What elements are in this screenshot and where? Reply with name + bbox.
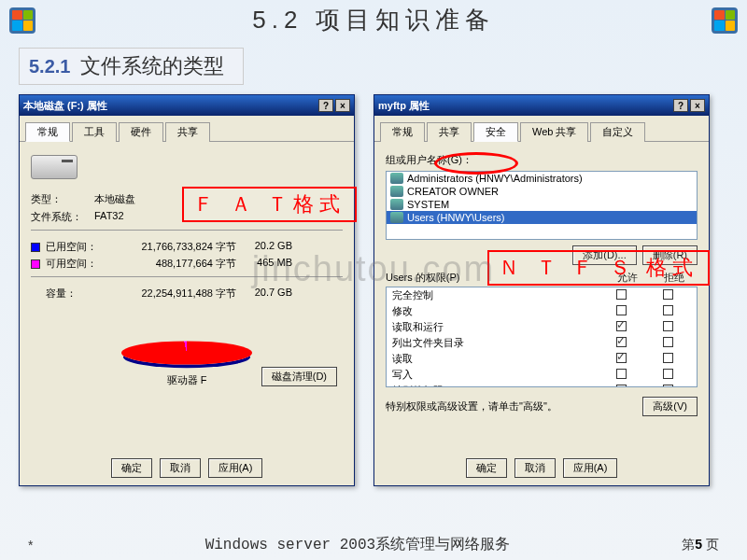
type-value: 本地磁盘	[94, 192, 135, 206]
used-hr: 20.2 GB	[236, 240, 292, 254]
dialog-body: 组或用户名称(G)： Administrators (HNWY\Administ…	[374, 142, 709, 476]
groups-label: 组或用户名称(G)：	[386, 153, 698, 167]
perm-row: 读取和运行	[387, 319, 697, 335]
allow-checkbox[interactable]	[616, 305, 627, 315]
list-item: SYSTEM	[387, 198, 697, 211]
dialog-title: 本地磁盘 (F:) 属性	[23, 99, 317, 113]
allow-checkbox[interactable]	[616, 385, 627, 387]
perm-row: 修改	[387, 303, 697, 319]
folder-properties-dialog: myftp 属性 ? × 常规 共享 安全 Web 共享 自定义 组或用户名称(…	[374, 94, 710, 486]
remove-button[interactable]: 删除(R)	[642, 245, 698, 265]
filesystem-label: 文件系统：	[31, 210, 94, 224]
allow-header: 允许	[604, 271, 651, 285]
filesystem-value: FAT32	[94, 210, 124, 224]
deny-checkbox[interactable]	[663, 321, 673, 331]
used-label: 已用空间：	[46, 241, 97, 252]
close-button[interactable]: ×	[335, 99, 350, 112]
free-label: 可用空间：	[46, 258, 97, 269]
type-label: 类型：	[31, 192, 94, 206]
section-header: 5.2.1 文件系统的类型	[19, 48, 244, 85]
advanced-button[interactable]: 高级(V)	[642, 397, 698, 416]
free-hr: 465 MB	[236, 257, 292, 271]
allow-checkbox[interactable]	[616, 353, 627, 363]
add-button[interactable]: 添加(D)...	[572, 245, 636, 265]
tab-sharing[interactable]: 共享	[427, 122, 472, 142]
capacity-label: 容量：	[31, 287, 106, 301]
perm-row: 写入	[387, 367, 697, 383]
tabstrip: 常规 工具 硬件 共享	[20, 116, 354, 142]
ok-button[interactable]: 确定	[466, 458, 507, 478]
allow-checkbox[interactable]	[616, 321, 627, 331]
list-item: Administrators (HNWY\Administrators)	[387, 172, 697, 185]
tab-tools[interactable]: 工具	[72, 122, 117, 142]
ok-button[interactable]: 确定	[111, 458, 152, 478]
apply-button[interactable]: 应用(A)	[208, 458, 263, 478]
used-bytes: 21,766,733,824 字节	[106, 240, 236, 254]
windows-logo-icon	[712, 7, 738, 34]
dialog-body: 类型：本地磁盘 文件系统：FAT32 已用空间：21,766,733,824 字…	[20, 142, 354, 476]
tabstrip: 常规 共享 安全 Web 共享 自定义	[374, 116, 709, 142]
disk-cleanup-button[interactable]: 磁盘清理(D)	[261, 367, 337, 386]
groups-listbox[interactable]: Administrators (HNWY\Administrators) CRE…	[386, 171, 698, 240]
perm-row: 完全控制	[387, 287, 697, 303]
dialog-footer: 确定 取消 应用(A)	[20, 458, 354, 478]
tab-sharing[interactable]: 共享	[165, 122, 210, 142]
advanced-text: 特别权限或高级设置，请单击"高级"。	[386, 399, 637, 413]
cancel-button[interactable]: 取消	[160, 458, 201, 478]
titlebar[interactable]: myftp 属性 ? ×	[374, 95, 709, 116]
free-color-icon	[31, 259, 40, 269]
help-button[interactable]: ?	[318, 99, 333, 112]
tab-custom[interactable]: 自定义	[590, 122, 645, 142]
group-icon	[390, 173, 403, 184]
footer-center: Windows server 2003系统管理与网络服务	[33, 535, 682, 554]
slide-header: 5.2 项目知识准备	[0, 0, 747, 40]
tab-websharing[interactable]: Web 共享	[520, 122, 588, 142]
pie-chart-icon	[121, 341, 252, 364]
capacity-hr: 20.7 GB	[236, 287, 292, 301]
deny-checkbox[interactable]	[663, 289, 673, 300]
help-button[interactable]: ?	[673, 99, 688, 112]
group-icon	[390, 186, 403, 197]
allow-checkbox[interactable]	[616, 369, 627, 379]
allow-checkbox[interactable]	[616, 289, 627, 300]
dialog-footer: 确定 取消 应用(A)	[374, 458, 709, 478]
used-color-icon	[31, 243, 40, 252]
disk-properties-dialog: 本地磁盘 (F:) 属性 ? × 常规 工具 硬件 共享 类型：本地磁盘 文件系…	[19, 94, 355, 486]
group-icon	[390, 199, 403, 210]
cancel-button[interactable]: 取消	[514, 458, 556, 478]
harddisk-icon	[31, 155, 78, 179]
dialog-title: myftp 属性	[378, 99, 671, 113]
close-button[interactable]: ×	[690, 99, 705, 112]
section-number: 5.2.1	[29, 56, 70, 77]
permissions-list[interactable]: 完全控制 修改 读取和运行 列出文件夹目录 读取 写入 特别的权限	[386, 287, 698, 387]
tab-security[interactable]: 安全	[473, 122, 518, 142]
capacity-bytes: 22,254,911,488 字节	[106, 287, 236, 301]
deny-checkbox[interactable]	[663, 337, 673, 347]
deny-checkbox[interactable]	[663, 305, 673, 315]
deny-checkbox[interactable]	[663, 385, 673, 387]
list-item: CREATOR OWNER	[387, 185, 697, 198]
section-text: 文件系统的类型	[80, 54, 224, 77]
slide-title: 5.2 项目知识准备	[35, 4, 712, 36]
deny-checkbox[interactable]	[663, 353, 673, 363]
group-icon	[390, 212, 403, 223]
tab-general[interactable]: 常规	[380, 122, 425, 142]
free-bytes: 488,177,664 字节	[106, 257, 236, 271]
windows-logo-icon	[9, 7, 35, 34]
apply-button[interactable]: 应用(A)	[563, 458, 618, 478]
perm-row: 特别的权限	[387, 383, 697, 387]
permissions-label: Users 的权限(P)	[386, 271, 604, 285]
titlebar[interactable]: 本地磁盘 (F:) 属性 ? ×	[20, 95, 354, 116]
deny-checkbox[interactable]	[663, 369, 673, 379]
tab-general[interactable]: 常规	[25, 122, 70, 142]
tab-hardware[interactable]: 硬件	[119, 122, 163, 142]
slide-footer: * Windows server 2003系统管理与网络服务 第5 页	[0, 535, 747, 554]
allow-checkbox[interactable]	[616, 337, 627, 347]
list-item: Users (HNWY\Users)	[387, 211, 697, 224]
deny-header: 拒绝	[651, 271, 698, 285]
perm-row: 列出文件夹目录	[387, 335, 697, 351]
perm-row: 读取	[387, 351, 697, 367]
page-indicator: 第5 页	[682, 537, 719, 553]
